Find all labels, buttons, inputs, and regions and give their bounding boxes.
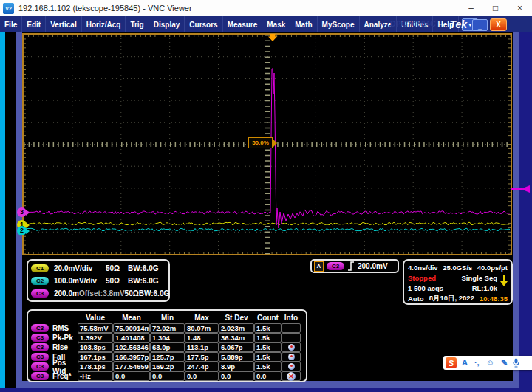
channel3-reference-marker[interactable]: 3: [17, 207, 27, 217]
english-mode-icon[interactable]: A: [462, 356, 468, 370]
measurement-cell: 1.401408: [113, 333, 150, 343]
measurement-cell: 103.8ps: [78, 343, 113, 352]
info-cell: [282, 352, 301, 362]
window-title: 192.168.1.102 (tekscope-195845) - VNC Vi…: [18, 4, 192, 13]
measurement-cell: 1.304: [150, 333, 185, 343]
channel-readout-box: C1 20.0mV/div 50Ω BW:6.0G C2 100.0mV/div…: [27, 259, 170, 302]
channel2-badge[interactable]: C2: [31, 277, 49, 285]
measurement-source-badge[interactable]: C3: [31, 334, 49, 342]
trigger-readout-box[interactable]: A C3 200.0mV: [310, 259, 399, 273]
info-cell: [282, 323, 301, 333]
info-icon[interactable]: [288, 344, 295, 351]
measurement-name: RMS: [52, 324, 69, 332]
table-header-max: Max: [185, 312, 219, 323]
measurement-cell: 247.4p: [185, 362, 219, 371]
channel1-readout[interactable]: C1 20.0mV/div 50Ω BW:6.0G: [31, 262, 166, 275]
measurement-cell: 36.34m: [219, 333, 254, 343]
channel3-scale: 200.0m: [54, 289, 79, 298]
trigger-level-value: 200.0mV: [358, 262, 388, 270]
measurement-source-badge[interactable]: C3: [31, 324, 49, 332]
vnc-viewer-window: V2 192.168.1.102 (tekscope-195845) - VNC…: [0, 0, 532, 392]
measurement-cell: 0.0: [219, 371, 254, 381]
channel3-readout[interactable]: C3 200.0m Offset:3.8mV 50Ω BW:6.0G: [31, 287, 166, 300]
maximize-button[interactable]: □: [483, 0, 508, 16]
measurement-cell: 125.7p: [150, 352, 185, 362]
menu-item-math[interactable]: Math: [290, 16, 317, 32]
channel1-badge[interactable]: C1: [31, 264, 49, 272]
info-icon[interactable]: [288, 354, 295, 360]
measurement-name: Rise: [52, 343, 68, 351]
measurement-cell: 1.5k: [254, 352, 282, 362]
measurement-source-badge[interactable]: C3: [31, 353, 49, 361]
table-header-count: Count: [254, 312, 282, 323]
punctuation-icon[interactable]: ·,: [474, 356, 480, 370]
info-cell: [282, 333, 301, 343]
measurement-cell: 0.0: [150, 371, 185, 381]
info-icon[interactable]: [288, 363, 295, 370]
ime-toolbar: S A·,☺✎: [443, 356, 532, 370]
trigger-level-marker[interactable]: [521, 185, 530, 193]
sogou-logo-icon[interactable]: S: [446, 357, 457, 368]
menu-item-mask[interactable]: Mask: [262, 16, 290, 32]
tek-logo: Tek: [449, 18, 467, 30]
trigger-50pct-tag[interactable]: 50.0%: [248, 137, 273, 148]
sample-rate: 25.0GS/s: [443, 264, 472, 272]
acquisition-readout-box[interactable]: 4.0ns/div 25.0GS/s 40.0ps/pt Stopped Sin…: [403, 259, 513, 305]
measurement-row-label[interactable]: C3RMS: [30, 323, 78, 333]
measurement-source-badge[interactable]: C3: [31, 343, 49, 351]
channel2-readout[interactable]: C2 100.0mV/div 50Ω BW:6.0G: [31, 275, 166, 287]
measurement-cell: 75.58mV: [78, 323, 113, 333]
channel1-bandwidth: BW:6.0G: [128, 264, 159, 272]
table-header-st-dev: St Dev: [219, 312, 254, 323]
measurement-row-label[interactable]: C3Pk-Pk: [30, 333, 78, 343]
measurement-cell: 178.1ps: [78, 362, 113, 371]
close-button[interactable]: ×: [508, 0, 532, 16]
menu-item-measure[interactable]: Measure: [223, 16, 263, 32]
menu-item-cursors[interactable]: Cursors: [185, 16, 222, 32]
measurement-row-label[interactable]: C3Rise: [30, 343, 78, 352]
measurement-row-label[interactable]: C3Freq*: [30, 371, 78, 381]
measurement-cell: 1.392V: [78, 333, 113, 343]
measurement-row-label[interactable]: C3Pos Wid: [30, 362, 78, 371]
channel3-badge[interactable]: C3: [31, 289, 49, 298]
scope-close-button[interactable]: X: [490, 18, 507, 31]
measurement-name: Freq*: [52, 372, 72, 380]
trigger-source-badge: C3: [327, 262, 344, 270]
scope-window-border-right: [513, 32, 519, 381]
channel2-scale: 100.0mV/div: [54, 277, 106, 285]
measurement-source-badge[interactable]: C3: [31, 372, 49, 380]
measurement-cell: 0.0: [254, 371, 282, 381]
trigger-mode: Auto: [408, 295, 424, 303]
vnc-app-icon: V2: [3, 3, 14, 14]
emoji-icon[interactable]: ☺: [486, 356, 494, 370]
measurement-cell: 166.3957p: [113, 352, 150, 362]
measurement-cell: 113.1p: [185, 343, 219, 352]
handwriting-icon[interactable]: ✎: [501, 356, 508, 370]
measurement-cell: 8.9p: [219, 362, 254, 371]
channel2-impedance: 50Ω: [106, 277, 128, 285]
record-length: RL:1.0k: [472, 284, 497, 292]
info-error-icon[interactable]: ✕: [287, 372, 296, 381]
menu-item-trig[interactable]: Trig: [126, 16, 149, 32]
menu-item-edit[interactable]: Edit: [22, 16, 46, 32]
measurement-cell: 0.0: [113, 371, 150, 381]
minimize-button[interactable]: –: [459, 0, 483, 16]
down-arrow-icon: [500, 275, 508, 287]
scope-model-label: DPO70604C: [390, 19, 436, 28]
menu-item-myscope[interactable]: MyScope: [318, 16, 360, 32]
voice-icon[interactable]: [513, 358, 519, 368]
channel2-reference-marker[interactable]: 2: [17, 226, 27, 235]
menu-item-file[interactable]: File: [0, 16, 22, 32]
measurement-source-badge[interactable]: C3: [31, 362, 49, 371]
menu-item-horiz-acq[interactable]: Horiz/Acq: [82, 16, 126, 32]
resolution: 40.0ps/pt: [477, 264, 508, 272]
menu-item-display[interactable]: Display: [149, 16, 185, 32]
acquisition-mode: Single Seq: [461, 274, 497, 282]
scope-minimize-button[interactable]: _: [472, 19, 488, 31]
measurement-name: Pk-Pk: [52, 334, 73, 342]
menu-item-vertical[interactable]: Vertical: [46, 16, 82, 32]
trigger-level-tail: [511, 188, 522, 190]
table-header-value: Value: [78, 312, 113, 323]
waveform-trace: [24, 222, 510, 224]
measurement-cell: -Hz: [78, 371, 113, 381]
